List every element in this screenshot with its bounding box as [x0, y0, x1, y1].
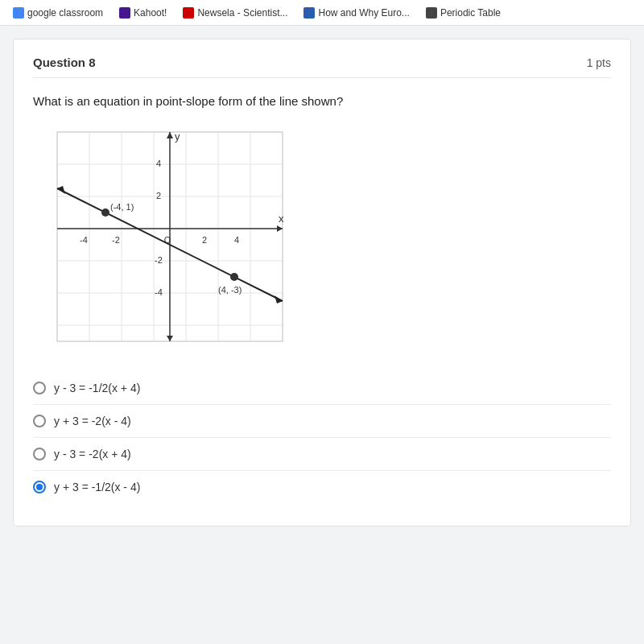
bookmark-kahoot[interactable]: Kahoot! [113, 4, 173, 22]
coordinate-graph: x y -4 -2 O 2 4 4 2 -2 -4 [49, 124, 291, 349]
question-text: What is an equation in point-slope form … [33, 93, 611, 109]
answer-text-c: y - 3 = -2(x + 4) [54, 448, 131, 460]
radio-b[interactable] [33, 415, 46, 427]
google-classroom-icon [13, 7, 24, 19]
answer-text-d: y + 3 = -1/2(x - 4) [54, 481, 140, 493]
newsela-icon [183, 7, 194, 19]
svg-text:-4: -4 [80, 235, 88, 245]
svg-text:x: x [279, 213, 284, 225]
svg-text:(4, -3): (4, -3) [218, 285, 242, 295]
radio-d[interactable] [33, 481, 46, 493]
bookmark-howwhy-label: How and Why Euro... [318, 7, 409, 19]
question-header: Question 8 1 pts [33, 56, 611, 78]
bookmark-periodic-label: Periodic Table [440, 7, 501, 19]
page-content: Question 8 1 pts What is an equation in … [0, 26, 644, 615]
graph-container: x y -4 -2 O 2 4 4 2 -2 -4 [49, 124, 291, 353]
svg-point-34 [230, 273, 238, 281]
answer-choices: y - 3 = -1/2(x + 4) y + 3 = -2(x - 4) y … [33, 372, 611, 503]
answer-option-d[interactable]: y + 3 = -1/2(x - 4) [33, 471, 611, 503]
bookmarks-bar: google classroom Kahoot! Newsela - Scien… [0, 0, 644, 26]
bookmark-google-classroom-label: google classroom [27, 7, 103, 19]
bookmark-kahoot-label: Kahoot! [134, 7, 167, 19]
bookmark-howwhy[interactable]: How and Why Euro... [297, 4, 415, 22]
bookmark-periodic[interactable]: Periodic Table [419, 4, 507, 22]
svg-text:4: 4 [156, 159, 161, 168]
question-card: Question 8 1 pts What is an equation in … [13, 39, 631, 526]
answer-option-c[interactable]: y - 3 = -2(x + 4) [33, 438, 611, 471]
svg-text:4: 4 [234, 235, 239, 245]
answer-option-a[interactable]: y - 3 = -1/2(x + 4) [33, 372, 611, 405]
radio-a[interactable] [33, 382, 46, 394]
question-pts: 1 pts [587, 56, 611, 69]
radio-c[interactable] [33, 448, 46, 460]
answer-text-a: y - 3 = -1/2(x + 4) [54, 382, 140, 394]
svg-text:-2: -2 [112, 235, 120, 245]
svg-text:(-4, 1): (-4, 1) [110, 202, 134, 212]
bookmark-google-classroom[interactable]: google classroom [6, 4, 109, 22]
bookmark-newsela-label: Newsela - Scientist... [197, 7, 287, 19]
svg-text:-2: -2 [155, 255, 163, 265]
svg-text:y: y [175, 130, 180, 142]
periodic-icon [426, 7, 437, 19]
svg-text:2: 2 [202, 235, 207, 245]
question-number: Question 8 [33, 56, 96, 69]
svg-point-32 [101, 208, 109, 217]
svg-text:2: 2 [156, 191, 161, 200]
howwhy-icon [303, 7, 315, 19]
svg-text:-4: -4 [155, 287, 163, 297]
answer-text-b: y + 3 = -2(x - 4) [54, 415, 131, 427]
answer-option-b[interactable]: y + 3 = -2(x - 4) [33, 405, 611, 438]
kahoot-icon [119, 7, 130, 19]
bookmark-newsela[interactable]: Newsela - Scientist... [176, 4, 294, 22]
